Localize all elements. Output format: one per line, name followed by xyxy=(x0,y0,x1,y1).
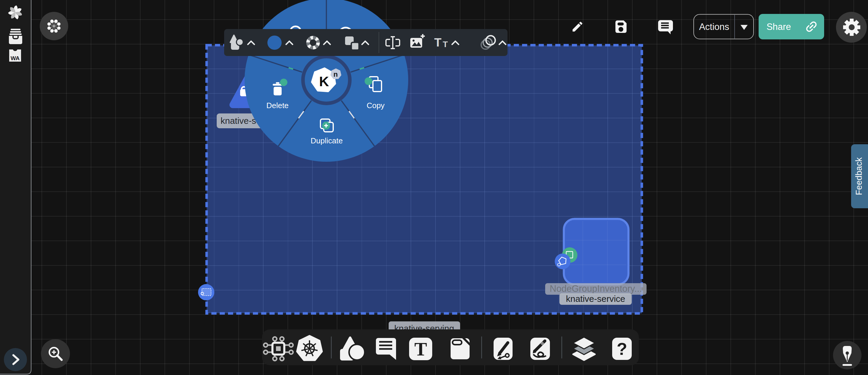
svg-text:WA: WA xyxy=(11,55,20,61)
svg-text:T: T xyxy=(443,40,447,49)
svg-text:?: ? xyxy=(617,339,627,359)
svg-text:Feedback: Feedback xyxy=(854,157,864,195)
svg-text:Share: Share xyxy=(767,22,791,32)
svg-text:T: T xyxy=(434,36,441,49)
svg-text:Actions: Actions xyxy=(699,22,729,32)
svg-text:T: T xyxy=(414,339,427,360)
